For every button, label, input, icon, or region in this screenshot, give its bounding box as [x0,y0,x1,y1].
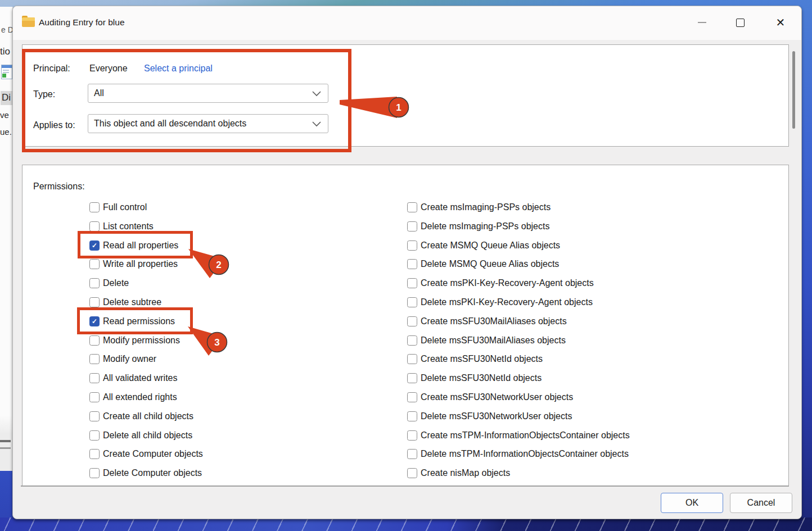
permission-row-right-12[interactable]: Create msTPM-InformationObjectsContainer… [407,430,630,441]
permission-row-left-4[interactable]: Delete [89,278,129,289]
permission-label: Write all properties [103,259,178,269]
wallpaper-bottom-strip [0,518,812,531]
checkbox-unchecked[interactable] [89,221,100,232]
permission-row-right-1[interactable]: Delete msImaging-PSPs objects [407,221,549,232]
checkbox-unchecked[interactable] [407,335,417,346]
principal-value: Everyone [89,63,128,74]
permission-row-left-11[interactable]: Create all child objects [89,411,193,422]
minimize-icon [698,22,706,23]
permission-row-left-14[interactable]: Delete Computer objects [89,468,202,479]
minimize-button[interactable] [690,14,714,31]
permission-row-right-6[interactable]: Create msSFU30MailAliases objects [407,316,567,327]
checkbox-unchecked[interactable] [407,316,417,326]
background-window-sliver: e D tio Di ve ue. [0,7,13,471]
checkbox-unchecked[interactable] [407,202,417,212]
checkbox-unchecked[interactable] [89,373,100,383]
applies-to-dropdown[interactable]: This object and all descendant objects [88,114,328,133]
permission-label: Delete msPKI-Key-Recovery-Agent objects [421,297,593,307]
permission-row-left-7[interactable]: Modify permissions [89,335,180,346]
checkbox-checked[interactable]: ✓ [89,316,100,326]
type-dropdown-value: All [94,88,104,98]
permission-row-right-8[interactable]: Create msSFU30NetId objects [407,353,543,365]
permission-row-left-10[interactable]: All extended rights [89,392,177,403]
permission-row-right-3[interactable]: Delete MSMQ Queue Alias objects [407,258,559,270]
checkbox-unchecked[interactable] [407,392,417,402]
folder-icon [22,17,35,27]
checkbox-unchecked[interactable] [89,297,100,307]
checkbox-unchecked[interactable] [89,278,100,288]
permission-row-right-4[interactable]: Create msPKI-Key-Recovery-Agent objects [407,278,594,289]
permission-row-right-14[interactable]: Create nisMap objects [407,468,510,479]
permission-label: Delete msSFU30NetId objects [421,373,542,383]
checkbox-unchecked[interactable] [89,430,100,441]
ok-button[interactable]: OK [661,493,723,513]
permission-label: List contents [103,221,154,232]
checkbox-unchecked[interactable] [89,468,100,478]
maximize-button[interactable] [728,14,752,31]
permission-row-left-6[interactable]: ✓Read permissions [89,316,175,327]
checkbox-unchecked[interactable] [407,259,417,269]
checkbox-unchecked[interactable] [407,278,417,288]
close-button[interactable]: ✕ [769,14,792,31]
permission-label: Create Computer objects [103,449,203,459]
permission-label: Delete [103,278,129,288]
checkbox-unchecked[interactable] [89,259,100,269]
select-principal-link[interactable]: Select a principal [144,63,213,74]
checkbox-unchecked[interactable] [407,411,417,421]
permission-row-right-7[interactable]: Delete msSFU30MailAliases objects [407,335,566,346]
permission-row-left-0[interactable]: Full control [89,202,147,213]
permission-label: Delete subtree [103,297,161,307]
permission-row-left-12[interactable]: Delete all child objects [89,430,192,441]
chevron-down-icon [312,121,321,127]
type-dropdown[interactable]: All [88,84,328,103]
checkbox-unchecked[interactable] [407,297,417,307]
checkbox-unchecked[interactable] [407,221,417,232]
checkbox-unchecked[interactable] [407,430,417,441]
permission-label: Read all properties [103,240,178,251]
permission-label: Create MSMQ Queue Alias objects [421,240,560,251]
auditing-entry-dialog: Auditing Entry for blue ✕ Principal: Eve… [12,6,802,519]
permission-row-right-13[interactable]: Delete msTPM-InformationObjectsContainer… [407,448,629,460]
permission-label: Delete all child objects [103,430,192,441]
permission-row-left-8[interactable]: Modify owner [89,353,156,365]
checkbox-unchecked[interactable] [89,202,100,212]
checkbox-checked[interactable]: ✓ [89,240,100,251]
cancel-button[interactable]: Cancel [730,493,792,513]
checkbox-unchecked[interactable] [89,335,100,346]
checkbox-unchecked[interactable] [407,373,417,383]
checkbox-unchecked[interactable] [407,240,417,251]
permission-row-left-2[interactable]: ✓Read all properties [89,240,178,251]
applies-to-label: Applies to: [33,120,75,130]
checkbox-unchecked[interactable] [89,354,100,364]
permission-label: Delete msTPM-InformationObjectsContainer… [421,449,629,459]
checkbox-unchecked[interactable] [89,449,100,459]
checkbox-unchecked[interactable] [89,411,100,421]
permission-row-right-2[interactable]: Create MSMQ Queue Alias objects [407,240,560,251]
permission-row-left-13[interactable]: Create Computer objects [89,448,203,460]
checkbox-unchecked[interactable] [407,449,417,459]
permission-label: Read permissions [103,316,175,326]
permission-label: All extended rights [103,392,177,402]
permission-row-left-1[interactable]: List contents [89,221,154,232]
checkbox-unchecked[interactable] [407,468,417,478]
permission-row-right-10[interactable]: Create msSFU30NetworkUser objects [407,392,573,403]
permission-row-right-5[interactable]: Delete msPKI-Key-Recovery-Agent objects [407,297,593,308]
permission-label: Delete MSMQ Queue Alias objects [421,259,559,269]
permission-label: Create msSFU30NetId objects [421,354,543,364]
permission-row-left-9[interactable]: All validated writes [89,373,178,384]
permission-label: Create msImaging-PSPs objects [421,202,551,212]
permission-row-right-11[interactable]: Delete msSFU30NetworkUser objects [407,411,572,422]
permission-row-right-0[interactable]: Create msImaging-PSPs objects [407,202,551,213]
permission-label: Create msPKI-Key-Recovery-Agent objects [421,278,594,288]
checkbox-unchecked[interactable] [89,392,100,402]
permission-label: All validated writes [103,373,178,383]
checkbox-unchecked[interactable] [407,354,417,364]
background-text-fragment: ue. [0,127,12,137]
background-text-fragment: Di [1,91,12,105]
permission-row-left-5[interactable]: Delete subtree [89,297,161,308]
vertical-scrollbar-thumb[interactable] [792,51,795,129]
permission-label: Create nisMap objects [421,468,510,478]
divider [0,440,11,442]
permission-row-left-3[interactable]: Write all properties [89,258,178,270]
permission-row-right-9[interactable]: Delete msSFU30NetId objects [407,373,542,384]
